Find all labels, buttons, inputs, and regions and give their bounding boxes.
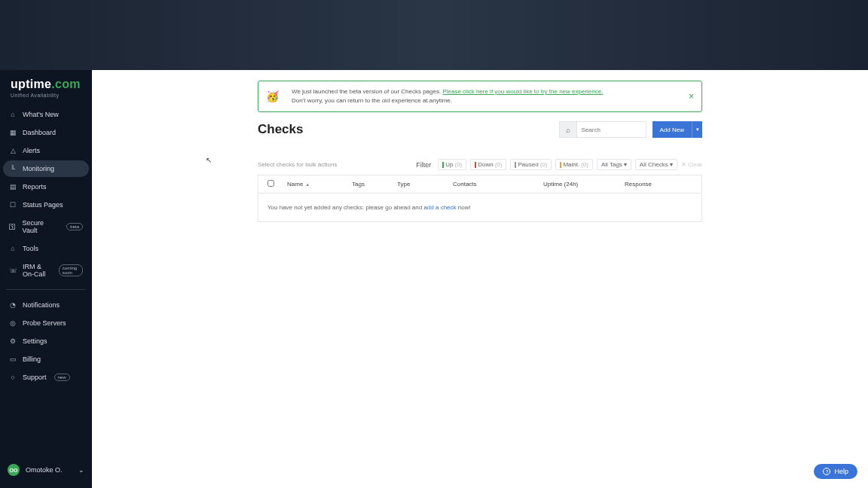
- filter-paused[interactable]: Paused (0): [510, 159, 552, 170]
- help-label: Help: [834, 468, 848, 475]
- sidebar-item-support[interactable]: ○Supportnew: [3, 369, 89, 386]
- col-contacts[interactable]: Contacts: [453, 181, 543, 188]
- nav-icon: ⌂: [9, 111, 17, 118]
- checks-table: Name▲ Tags Type Contacts Uptime (24h) Re…: [258, 175, 702, 222]
- nav-label: Dashboard: [23, 129, 56, 136]
- user-menu[interactable]: OO Omotoke O. ⌄: [0, 458, 92, 488]
- sidebar-item-reports[interactable]: ▤Reports: [3, 178, 89, 195]
- help-icon: ?: [823, 468, 830, 475]
- nav-label: What's New: [23, 111, 59, 118]
- banner-text-1: We just launched the beta version of our…: [292, 88, 442, 95]
- nav-icon: ☐: [9, 201, 17, 209]
- nav-label: Secure Vault: [23, 219, 60, 234]
- nav-divider: [6, 289, 86, 290]
- nav-label: Tools: [23, 245, 38, 252]
- banner-text-2: Don't worry, you can return to the old e…: [292, 97, 452, 104]
- user-name-label: Omotoke O.: [26, 466, 72, 474]
- nav-label: Probe Servers: [23, 319, 66, 327]
- filter-down[interactable]: Down (0): [470, 159, 506, 170]
- filter-up[interactable]: Up (0): [438, 159, 466, 170]
- cursor-icon: ↖: [206, 156, 212, 164]
- select-all-checkbox[interactable]: [267, 180, 274, 187]
- sidebar-item-alerts[interactable]: △Alerts: [3, 142, 89, 159]
- nav-label: Notifications: [23, 301, 60, 309]
- filter-controls: Filter Up (0) Down (0) Paused (0) Maint.…: [416, 159, 702, 170]
- nav-icon: ╙: [9, 165, 17, 172]
- nav-icon: ▤: [9, 183, 17, 191]
- nav-badge: new: [54, 374, 70, 381]
- sidebar-item-monitoring[interactable]: ╙Monitoring: [3, 160, 89, 177]
- sidebar-item-irm-on-call[interactable]: ☏IRM & On-Callcoming soon: [3, 258, 89, 282]
- bulk-hint: Select checks for bulk actions: [258, 161, 337, 168]
- col-uptime[interactable]: Uptime (24h): [543, 181, 625, 188]
- search-input[interactable]: [577, 121, 646, 138]
- sort-asc-icon: ▲: [305, 182, 310, 187]
- sidebar-item-tools[interactable]: ⌂Tools: [3, 240, 89, 257]
- logo[interactable]: uptime.com Unified Availability: [0, 70, 92, 104]
- col-response[interactable]: Response: [625, 181, 692, 188]
- filter-maint[interactable]: Maint. (0): [555, 159, 593, 170]
- nav-badge: coming soon: [59, 264, 83, 276]
- select-all-cell: [267, 180, 287, 188]
- banner-link[interactable]: Please click here if you would like to t…: [442, 88, 603, 95]
- nav-label: Status Pages: [23, 201, 63, 209]
- content: 🥳 We just launched the beta version of o…: [258, 70, 702, 222]
- sidebar-item-dashboard[interactable]: ▦Dashboard: [3, 124, 89, 141]
- help-button[interactable]: ? Help: [814, 464, 857, 479]
- nav-icon: ◔: [9, 301, 17, 309]
- nav-icon: ⌂: [9, 245, 17, 252]
- nav-icon: ⚿: [9, 223, 17, 230]
- nav-label: Alerts: [23, 147, 40, 154]
- nav-label: Settings: [23, 337, 47, 345]
- search-icon: ⌕: [566, 126, 570, 134]
- nav-icon: ○: [9, 374, 17, 381]
- sidebar-item-what-s-new[interactable]: ⌂What's New: [3, 106, 89, 123]
- sidebar-item-billing[interactable]: ▭Billing: [3, 351, 89, 368]
- search-button[interactable]: ⌕: [559, 121, 577, 138]
- nav-icon: ▭: [9, 355, 17, 363]
- chevron-down-icon: ⌄: [78, 466, 84, 474]
- nav-badge: beta: [66, 223, 83, 230]
- nav-primary: ⌂What's New▦Dashboard△Alerts╙Monitoring▤…: [0, 104, 92, 285]
- rocket-icon: 🥳: [266, 89, 279, 105]
- filter-checks[interactable]: All Checks ▾: [635, 159, 677, 170]
- page-header: Checks ⌕ Add New ▾: [258, 121, 702, 138]
- filter-clear[interactable]: ✕ Clear: [681, 161, 702, 168]
- sidebar-item-probe-servers[interactable]: ◎Probe Servers: [3, 315, 89, 331]
- brand-name: uptime.com: [11, 78, 81, 91]
- empty-state: You have not yet added any checks: pleas…: [258, 194, 701, 221]
- nav-icon: ◎: [9, 319, 17, 327]
- table-header: Name▲ Tags Type Contacts Uptime (24h) Re…: [258, 175, 701, 194]
- beta-banner: 🥳 We just launched the beta version of o…: [258, 81, 702, 112]
- top-banner: [0, 0, 868, 70]
- nav-icon: ⚙: [9, 337, 17, 345]
- nav-label: Reports: [23, 183, 47, 191]
- nav-label: Monitoring: [23, 165, 54, 172]
- sidebar-item-status-pages[interactable]: ☐Status Pages: [3, 197, 89, 213]
- add-new-button[interactable]: Add New: [653, 121, 692, 138]
- sidebar: uptime.com Unified Availability ⌂What's …: [0, 70, 92, 488]
- sidebar-item-notifications[interactable]: ◔Notifications: [3, 297, 89, 313]
- col-tags[interactable]: Tags: [352, 181, 397, 188]
- nav-secondary: ◔Notifications◎Probe Servers⚙Settings▭Bi…: [0, 294, 92, 388]
- filter-row: Select checks for bulk actions Filter Up…: [258, 159, 702, 170]
- nav-label: Support: [23, 374, 47, 381]
- col-type[interactable]: Type: [397, 181, 453, 188]
- sidebar-item-settings[interactable]: ⚙Settings: [3, 333, 89, 349]
- brand-tagline: Unified Availability: [11, 93, 81, 98]
- nav-icon: ▦: [9, 129, 17, 136]
- nav-icon: △: [9, 147, 17, 154]
- sidebar-item-secure-vault[interactable]: ⚿Secure Vaultbeta: [3, 215, 89, 239]
- col-name[interactable]: Name▲: [287, 181, 352, 188]
- filter-tags[interactable]: All Tags ▾: [597, 159, 631, 170]
- filter-label: Filter: [416, 161, 431, 169]
- add-new-dropdown[interactable]: ▾: [692, 121, 702, 138]
- nav-icon: ☏: [9, 267, 17, 274]
- header-actions: ⌕ Add New ▾: [559, 121, 702, 138]
- add-check-link[interactable]: add a check: [423, 204, 456, 211]
- banner-close-icon[interactable]: ×: [689, 90, 694, 103]
- nav-label: Billing: [23, 355, 41, 363]
- page-title: Checks: [258, 122, 303, 137]
- nav-label: IRM & On-Call: [23, 263, 51, 278]
- avatar: OO: [8, 464, 20, 476]
